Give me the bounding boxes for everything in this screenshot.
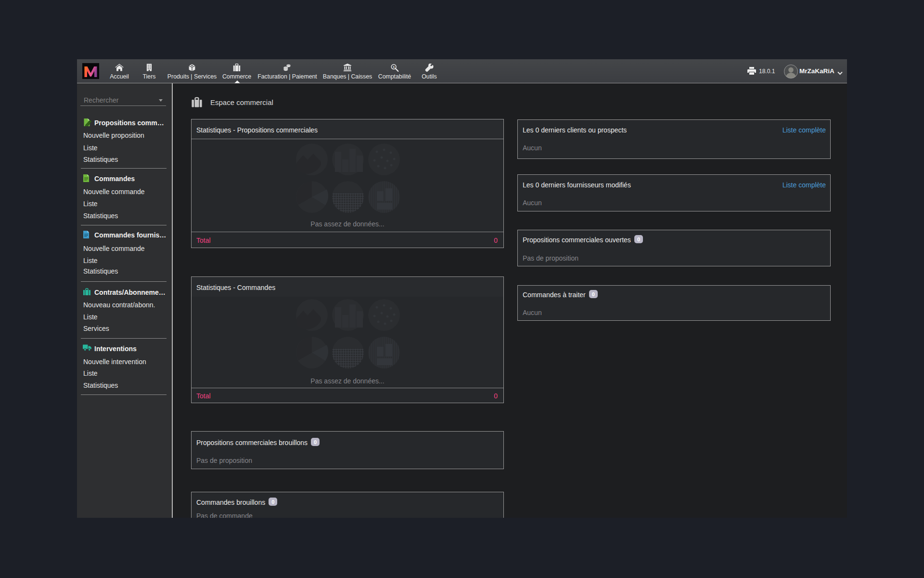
svg-text:$: $ [393,66,395,68]
